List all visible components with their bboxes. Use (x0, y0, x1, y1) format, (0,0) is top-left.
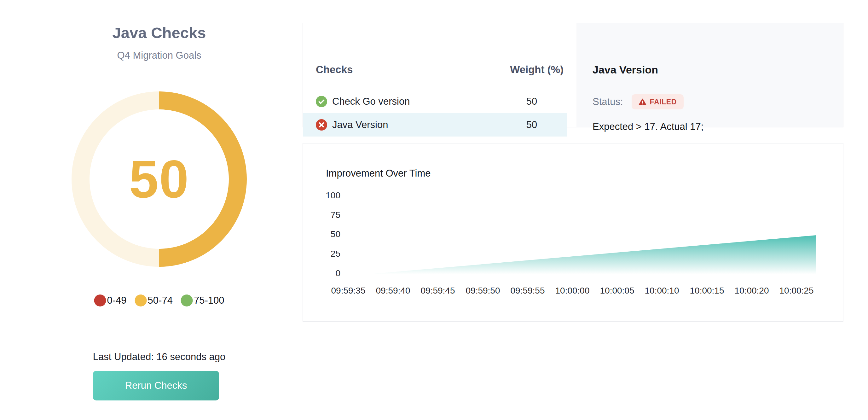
legend-label: 50-74 (148, 295, 173, 306)
status-line: Status: FAILED (592, 94, 684, 110)
legend-item-mid: 50-74 (135, 295, 173, 306)
y-tick: 50 (306, 230, 340, 239)
x-tick: 10:00:00 (555, 286, 590, 296)
check-detail-panel: Java Version Status: FAILED Expected > 1… (577, 23, 843, 127)
warning-icon (639, 98, 646, 106)
x-tick: 09:59:35 (331, 286, 366, 296)
check-name: Java Version (332, 119, 388, 130)
x-tick: 10:00:05 (600, 286, 634, 296)
legend-dot-red-icon (94, 295, 106, 306)
detail-title: Java Version (592, 64, 658, 76)
checks-card: Checks Weight (%) Check Go version 50 (303, 23, 843, 127)
check-row-go-version[interactable]: Check Go version 50 (303, 90, 567, 113)
legend-item-low: 0-49 (94, 295, 127, 306)
score-gauge: 50 (71, 91, 247, 267)
x-tick: 10:00:20 (735, 286, 769, 296)
rerun-checks-button[interactable]: Rerun Checks (93, 371, 219, 400)
x-tick: 10:00:25 (779, 286, 814, 296)
x-tick: 09:59:40 (376, 286, 410, 296)
legend-label: 0-49 (107, 295, 127, 306)
last-updated-text: Last Updated: 16 seconds ago (93, 351, 226, 363)
x-tick: 10:00:10 (645, 286, 679, 296)
legend-item-high: 75-100 (181, 295, 224, 306)
check-weight: 50 (509, 96, 554, 107)
gauge-legend: 0-49 50-74 75-100 (94, 295, 224, 306)
legend-dot-yellow-icon (135, 295, 147, 306)
gauge-value: 50 (129, 149, 189, 210)
page-subtitle: Q4 Migration Goals (117, 50, 201, 61)
check-failed-icon (316, 119, 327, 130)
dashboard: Java Checks Q4 Migration Goals 50 0-49 5… (0, 0, 868, 420)
checks-table-header: Checks Weight (%) (316, 64, 563, 76)
improvement-area-chart (341, 190, 833, 281)
legend-label: 75-100 (194, 295, 224, 306)
score-gauge-hole: 50 (90, 110, 229, 249)
checks-table: Checks Weight (%) Check Go version 50 (303, 23, 577, 127)
y-tick: 100 (306, 191, 340, 200)
column-header-weight: Weight (%) (510, 64, 563, 76)
status-value: FAILED (650, 98, 677, 106)
y-tick: 75 (306, 210, 340, 220)
x-tick: 09:59:55 (510, 286, 545, 296)
page-title: Java Checks (113, 24, 206, 41)
check-row-java-version[interactable]: Java Version 50 (303, 113, 567, 137)
x-tick: 09:59:45 (421, 286, 455, 296)
detail-message: Expected > 17. Actual 17; (592, 121, 704, 132)
y-tick: 25 (306, 249, 340, 259)
status-badge: FAILED (631, 94, 684, 110)
improvement-chart-card: Improvement Over Time 100 75 50 25 0 09:… (303, 143, 843, 322)
x-tick: 09:59:50 (466, 286, 500, 296)
chart-title: Improvement Over Time (326, 168, 431, 179)
column-header-checks: Checks (316, 64, 353, 76)
check-passed-icon (316, 96, 327, 107)
status-label: Status: (592, 96, 623, 108)
legend-dot-green-icon (181, 295, 193, 306)
y-tick: 0 (306, 269, 340, 278)
check-name: Check Go version (332, 96, 410, 107)
x-tick: 10:00:15 (690, 286, 724, 296)
check-weight: 50 (509, 119, 554, 130)
